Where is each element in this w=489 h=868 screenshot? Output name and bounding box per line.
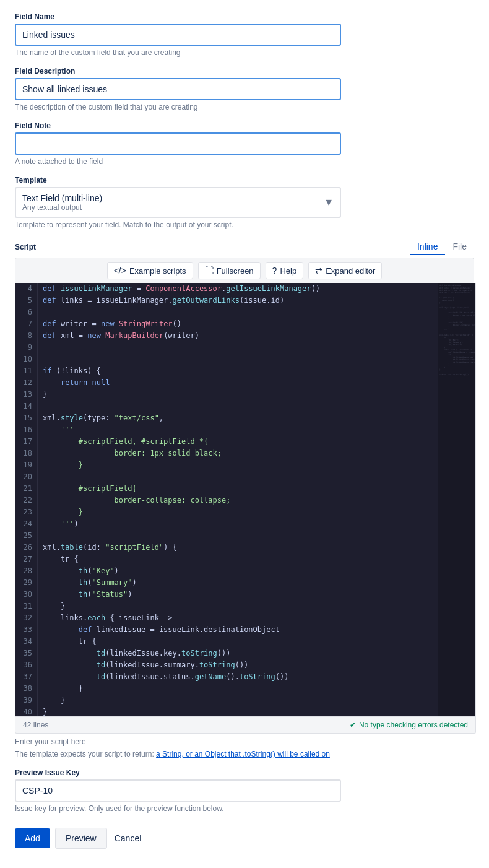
preview-button[interactable]: Preview (55, 828, 107, 849)
chevron-down-icon: ▼ (324, 197, 334, 208)
fullscreen-icon: ⛶ (205, 266, 214, 276)
template-section: Template Text Field (multi-line) Any tex… (15, 176, 474, 229)
add-button[interactable]: Add (15, 828, 50, 848)
field-note-input[interactable] (15, 132, 341, 155)
check-icon: ✔ (350, 721, 356, 729)
preview-issue-key-help: Issue key for preview. Only used for the… (15, 804, 474, 813)
minimap-content: def issueLinkManager def links = issueLi… (438, 283, 475, 377)
template-selected-sub: Any textual output (22, 203, 102, 212)
tab-inline[interactable]: Inline (410, 239, 445, 255)
field-name-help: The name of the custom field that you ar… (15, 48, 474, 57)
help-icon: ? (272, 266, 277, 276)
template-select-inner: Text Field (multi-line) Any textual outp… (22, 193, 102, 212)
expand-editor-label: Expand editor (326, 266, 375, 276)
code-icon: </> (114, 266, 126, 276)
tab-file[interactable]: File (445, 239, 474, 255)
cancel-button[interactable]: Cancel (112, 828, 144, 848)
script-toolbar: </> Example scripts ⛶ Fullscreen ? Help … (15, 258, 474, 283)
field-description-section: Field Description The description of the… (15, 67, 474, 111)
script-hint-enter: Enter your script here (15, 737, 474, 746)
script-hint-template: The template expects your script to retu… (15, 750, 474, 758)
field-name-input[interactable] (15, 24, 341, 46)
template-help: Template to represent your field. Match … (15, 220, 474, 229)
preview-issue-key-label: Preview Issue Key (15, 768, 474, 777)
example-scripts-button[interactable]: </> Example scripts (107, 262, 193, 279)
template-select[interactable]: Text Field (multi-line) Any textual outp… (15, 187, 341, 218)
field-name-label: Field Name (15, 12, 474, 21)
field-name-section: Field Name The name of the custom field … (15, 12, 474, 57)
expand-icon: ⇄ (315, 266, 322, 276)
line-numbers: 4567891011121314151617181920212223242526… (15, 283, 38, 716)
field-description-input[interactable] (15, 78, 341, 100)
example-scripts-label: Example scripts (129, 266, 186, 276)
field-note-section: Field Note A note attached to the field (15, 121, 474, 166)
minimap: def issueLinkManager def links = issueLi… (438, 283, 475, 716)
code-content: def issueLinkManager = ComponentAccessor… (38, 283, 475, 716)
template-selected-name: Text Field (multi-line) (22, 193, 102, 203)
script-section: Script Inline File </> Example scripts ⛶… (15, 239, 474, 758)
fullscreen-label: Fullscreen (217, 266, 254, 276)
code-footer: 42 lines ✔ No type checking errors detec… (15, 717, 476, 734)
preview-issue-key-input[interactable] (15, 779, 341, 802)
preview-issue-key-section: Preview Issue Key Issue key for preview.… (15, 768, 474, 813)
field-note-label: Field Note (15, 121, 474, 130)
help-label: Help (280, 266, 296, 276)
script-label: Script (15, 243, 36, 251)
help-button[interactable]: ? Help (266, 262, 304, 279)
script-tabs: Inline File (410, 239, 474, 255)
field-description-label: Field Description (15, 67, 474, 76)
fullscreen-button[interactable]: ⛶ Fullscreen (198, 262, 261, 279)
template-label: Template (15, 176, 474, 184)
field-note-help: A note attached to the field (15, 157, 474, 166)
line-count: 42 lines (23, 721, 48, 729)
code-editor[interactable]: 4567891011121314151617181920212223242526… (15, 283, 476, 717)
no-errors-text: No type checking errors detected (359, 721, 468, 729)
no-errors-badge: ✔ No type checking errors detected (350, 721, 468, 729)
script-header: Script Inline File (15, 239, 474, 255)
expand-editor-button[interactable]: ⇄ Expand editor (308, 262, 382, 279)
field-description-help: The description of the custom field that… (15, 103, 474, 111)
code-area: 4567891011121314151617181920212223242526… (15, 283, 475, 716)
actions-bar: Add Preview Cancel (15, 828, 474, 849)
hint-return-type-link[interactable]: a String, or an Object that .toString() … (156, 750, 330, 758)
